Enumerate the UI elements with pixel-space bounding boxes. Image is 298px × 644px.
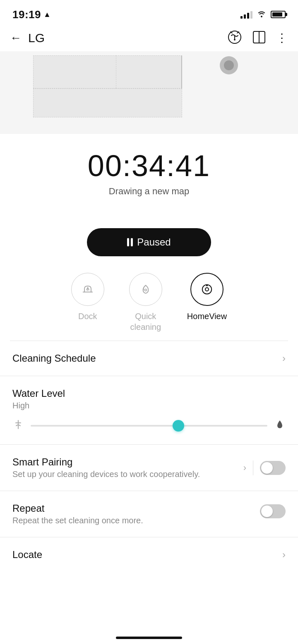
locate-title: Locate xyxy=(12,549,42,561)
quick-cleaning-icon xyxy=(139,283,152,296)
homeview-icon xyxy=(200,283,214,296)
smart-pairing-title: Smart Pairing xyxy=(12,456,243,468)
robot-position xyxy=(220,56,238,74)
smart-pairing-item[interactable]: Smart Pairing Set up your cleaning devic… xyxy=(0,445,298,491)
map-area xyxy=(0,51,298,134)
smart-pairing-subtitle: Set up your cleaning devices to work coo… xyxy=(12,470,243,479)
repeat-content: Repeat Repeat the set cleaning once more… xyxy=(12,503,260,525)
battery-icon xyxy=(271,11,286,18)
quick-cleaning-label: Quick cleaning xyxy=(130,311,161,332)
top-nav: ← LG ⋮ xyxy=(0,25,298,51)
repeat-toggle-thumb xyxy=(261,506,273,517)
repeat-item[interactable]: Repeat Repeat the set cleaning once more… xyxy=(0,491,298,537)
wifi-icon xyxy=(257,10,267,20)
water-level-title: Water Level xyxy=(12,388,286,399)
smart-pairing-chevron[interactable]: › xyxy=(243,463,246,473)
homeview-button[interactable]: HomeView xyxy=(187,273,227,332)
repeat-toggle[interactable] xyxy=(260,504,286,518)
signal-icon xyxy=(240,10,252,19)
dock-button[interactable]: Dock xyxy=(71,273,104,332)
dock-label: Dock xyxy=(78,311,97,322)
map-room-2 xyxy=(33,88,182,117)
cleaning-schedule-title: Cleaning Schedule xyxy=(12,353,282,364)
svg-point-8 xyxy=(144,289,147,291)
timer-display: 00:34:41 xyxy=(8,149,290,183)
locate-item[interactable]: Locate › xyxy=(0,537,298,572)
status-bar: 19:19 ▲ xyxy=(0,0,298,25)
water-level-section: Water Level High xyxy=(0,376,298,445)
timer-subtitle: Drawing a new map xyxy=(8,186,290,197)
nav-title: LG xyxy=(28,31,45,45)
paused-button[interactable]: Paused xyxy=(87,228,211,256)
quick-cleaning-circle xyxy=(129,273,162,306)
nav-actions: ⋮ xyxy=(227,30,288,46)
smart-pairing-toggle[interactable] xyxy=(260,461,286,475)
action-buttons-row: Dock Quick cleaning HomeView xyxy=(0,256,298,341)
dock-circle xyxy=(71,273,104,306)
location-icon: ▲ xyxy=(43,10,51,19)
status-icons xyxy=(240,10,286,20)
homeview-circle xyxy=(190,273,223,306)
cleaning-schedule-chevron: › xyxy=(282,353,286,364)
water-slider-thumb[interactable] xyxy=(173,420,184,432)
smart-pairing-controls: › xyxy=(243,460,286,475)
water-level-high-icon xyxy=(274,419,286,433)
back-button[interactable]: ← xyxy=(10,31,22,45)
more-icon[interactable]: ⋮ xyxy=(276,32,288,44)
water-level-value: High xyxy=(12,401,286,410)
svg-point-12 xyxy=(206,284,208,286)
smart-pairing-content: Smart Pairing Set up your cleaning devic… xyxy=(12,456,243,479)
svg-point-1 xyxy=(234,39,236,41)
locate-chevron: › xyxy=(282,549,286,561)
water-slider-track[interactable] xyxy=(31,425,267,427)
dock-icon xyxy=(81,283,94,296)
status-time: 19:19 xyxy=(12,8,41,21)
smart-pairing-toggle-thumb xyxy=(261,462,273,474)
water-level-low-icon xyxy=(12,419,24,433)
water-slider-row xyxy=(12,419,286,433)
repeat-subtitle: Repeat the set cleaning once more. xyxy=(12,516,260,525)
map-room-3 xyxy=(116,55,182,88)
repeat-title: Repeat xyxy=(12,503,260,514)
quick-cleaning-button[interactable]: Quick cleaning xyxy=(129,273,162,332)
robot-control-icon[interactable] xyxy=(227,30,242,46)
cleaning-schedule-item[interactable]: Cleaning Schedule › xyxy=(0,341,298,376)
home-indicator xyxy=(116,637,182,639)
homeview-label: HomeView xyxy=(187,311,227,322)
map-room-1 xyxy=(33,55,124,88)
cleaning-schedule-content: Cleaning Schedule xyxy=(12,353,282,364)
panel-icon[interactable] xyxy=(252,30,266,46)
timer-section: 00:34:41 Drawing a new map xyxy=(0,134,298,205)
pause-icon xyxy=(127,238,133,246)
paused-label: Paused xyxy=(137,236,171,248)
smart-pairing-divider xyxy=(253,460,253,475)
svg-point-10 xyxy=(205,288,209,291)
